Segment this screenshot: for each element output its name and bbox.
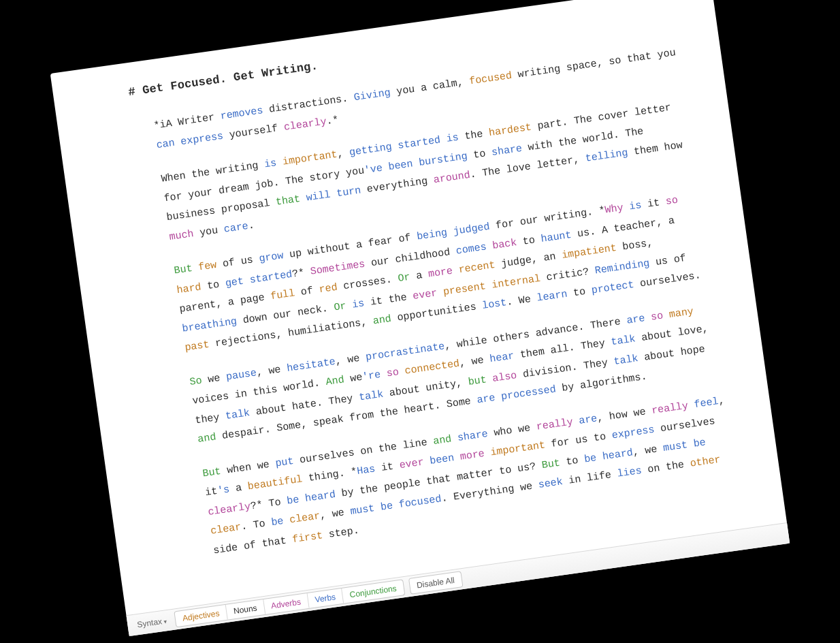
word-adverb: back: [491, 237, 517, 252]
word-verb: are: [578, 413, 598, 427]
text: on the: [641, 458, 691, 477]
word-adverb: ever: [412, 287, 438, 302]
toggle-adverbs[interactable]: Adverbs: [263, 593, 309, 614]
word-verb: are: [626, 313, 645, 327]
text: boss,: [616, 238, 654, 254]
word-verb: processed: [500, 384, 557, 403]
text: ?* To: [250, 496, 288, 512]
text: writing space, so that you: [511, 47, 677, 82]
word-conjunction: And: [325, 375, 345, 389]
word-verb: feel: [694, 396, 720, 411]
word-verb: started: [397, 135, 441, 153]
word-verb: Reminding: [594, 257, 651, 277]
text: opportunities: [391, 301, 483, 326]
word-verb: Has: [356, 464, 376, 478]
word-adverb: Why: [604, 202, 624, 217]
text: of: [294, 285, 320, 300]
word-verb: judged: [453, 221, 491, 238]
word-adverb: really: [536, 416, 574, 433]
word-adjective: internal: [491, 273, 541, 292]
word-verb: be: [693, 437, 707, 450]
text: the: [458, 128, 490, 144]
text: , we: [319, 506, 351, 522]
word-verb: started: [249, 268, 293, 286]
text: to: [516, 234, 542, 249]
editor-sheet[interactable]: # Get Focused. Get Writing. *iA Writer r…: [50, 0, 790, 636]
word-verb: turn: [336, 185, 361, 200]
word-conjunction: But: [202, 466, 222, 480]
word-verb: must: [349, 503, 375, 518]
text: them how: [627, 140, 683, 159]
word-conjunction: and: [197, 432, 216, 446]
text: it: [641, 197, 666, 212]
text: ourselves.: [633, 270, 701, 291]
text: crosses.: [336, 273, 399, 293]
word-adjective: clear: [210, 522, 242, 537]
text: by algorithms.: [555, 371, 647, 396]
text: step.: [322, 524, 360, 541]
word-adverb: clearly: [207, 501, 251, 518]
word-verb: is: [263, 158, 277, 171]
word-verb: talk: [611, 334, 636, 349]
syntax-menu[interactable]: Syntax: [133, 613, 171, 633]
toggle-verbs[interactable]: Verbs: [307, 589, 344, 608]
word-verb: removes: [220, 106, 264, 123]
text: , we: [335, 352, 367, 368]
text: distractions.: [262, 93, 355, 117]
word-verb: must: [662, 439, 688, 454]
word-verb: protect: [591, 279, 635, 297]
word-verb: seek: [538, 477, 564, 492]
toggle-adjectives[interactable]: Adjectives: [175, 605, 228, 627]
text: we: [201, 371, 227, 386]
word-verb: care: [223, 221, 249, 236]
word-adjective: full: [270, 288, 295, 303]
word-adjective: connected: [404, 358, 461, 377]
word-verb: breathing: [182, 315, 238, 334]
word-verb: can: [156, 138, 176, 152]
word-verb: get: [225, 276, 244, 290]
word-adjective: red: [319, 282, 338, 296]
toggle-nouns[interactable]: Nouns: [226, 599, 265, 620]
text: . To: [240, 518, 272, 533]
text: *iA Writer: [153, 111, 221, 132]
text: judge, an: [494, 251, 562, 272]
word-verb: 've: [364, 163, 383, 177]
word-adjective: past: [184, 339, 210, 354]
word-verb: getting: [349, 142, 393, 159]
word-adjective: first: [291, 530, 323, 546]
word-adjective: clear: [289, 511, 321, 527]
word-adverb: ever: [399, 457, 425, 472]
word-conjunction: but: [468, 374, 487, 388]
word-conjunction: that: [275, 193, 301, 208]
text: you a calm,: [389, 76, 470, 99]
word-verb: talk: [613, 353, 639, 368]
word-verb: be: [271, 516, 285, 529]
text: ourselves: [653, 416, 716, 436]
text: a: [229, 482, 248, 496]
word-adjective: present: [442, 281, 487, 298]
word-verb: heard: [602, 447, 634, 462]
text: it the: [364, 291, 414, 309]
word-verb: pause: [225, 367, 257, 383]
word-verb: lies: [617, 465, 643, 480]
word-verb: express: [611, 424, 656, 442]
syntax-segments: Adjectives Nouns Adverbs Verbs Conjuncti…: [174, 580, 406, 628]
word-verb: telling: [585, 148, 629, 166]
disable-all-button[interactable]: Disable All: [409, 572, 462, 594]
word-verb: focused: [398, 494, 442, 512]
text: of us: [216, 254, 260, 272]
text: about hope: [637, 343, 705, 364]
word-verb: share: [457, 428, 489, 444]
text: a: [409, 269, 429, 283]
text: . We: [506, 293, 538, 309]
word-adjective: focused: [468, 70, 513, 88]
word-verb: are: [476, 392, 496, 407]
text: who we: [487, 422, 538, 440]
text: .: [248, 220, 255, 232]
toggle-conjunctions[interactable]: Conjunctions: [342, 580, 404, 603]
text: in life: [562, 469, 619, 488]
word-adverb: really: [651, 400, 689, 416]
word-adverb: clearly: [283, 116, 327, 134]
text: critic?: [540, 266, 596, 285]
word-conjunction: Or: [333, 300, 346, 313]
